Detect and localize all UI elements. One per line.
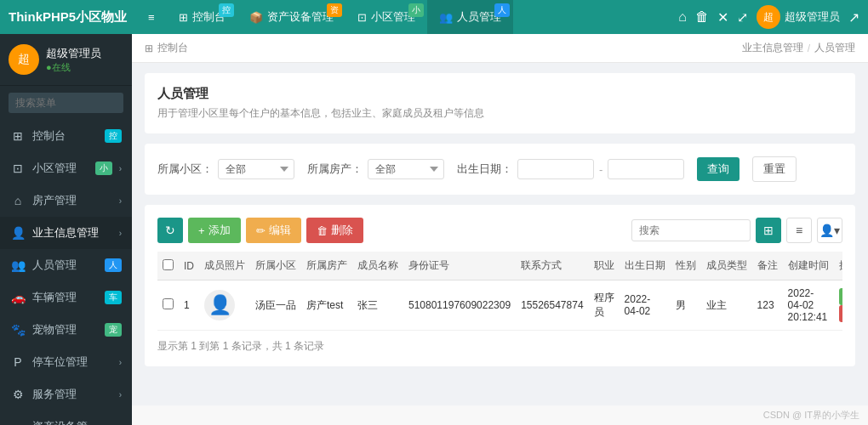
sidebar-community-badge: 小 [95, 162, 112, 175]
edit-button[interactable]: ✏ 编辑 [246, 218, 301, 243]
th-job: 职业 [589, 252, 620, 280]
sidebar-vehicle-badge: 车 [105, 291, 122, 304]
table-head: ID 成员照片 所属小区 所属房产 成员名称 身份证号 联系方式 职业 出生日期… [157, 252, 842, 280]
column-settings-button[interactable]: 👤▾ [817, 218, 842, 243]
row-phone: 15526547874 [516, 280, 588, 331]
sidebar-assets-label: 资产设备管理 [32, 419, 98, 425]
table-body: 1 👤 汤臣一品 房产test 张三 510801197609022309 [157, 280, 842, 331]
topnav-members-badge: 人 [494, 3, 510, 17]
sidebar: 超 超级管理员 ●在线 ⊞ 控制台 控 ⊡ 小区管理 小 › ⌂ 房产管 [0, 34, 132, 425]
refresh-button[interactable]: ↻ [157, 218, 183, 243]
member-photo: 👤 [204, 290, 235, 320]
title-card: 人员管理 用于管理小区里每个住户的基本信息，包括业主、家庭成员及租户等信息 [145, 73, 855, 133]
trash-icon[interactable]: 🗑 [695, 9, 709, 25]
grid-view-button[interactable]: ⊞ [756, 218, 781, 243]
topnav-members[interactable]: 👥 人员管理 人 [427, 0, 513, 34]
add-button[interactable]: + 添加 [188, 218, 241, 243]
topnav-assets-label: 资产设备管理 [267, 9, 334, 25]
query-button[interactable]: 查询 [697, 157, 740, 181]
row-birthday: 2022-04-02 [620, 280, 671, 331]
th-remark: 备注 [752, 252, 783, 280]
house-sidebar-icon: ⌂ [10, 194, 26, 207]
row-edit-button[interactable]: ✏ [839, 288, 842, 305]
table-card: ↻ + 添加 ✏ 编辑 🗑 删除 [145, 205, 855, 366]
sidebar-username: 超级管理员 [46, 46, 101, 61]
edit-label: 编辑 [269, 223, 291, 238]
row-name: 张三 [352, 280, 403, 331]
table-search-input[interactable] [631, 219, 751, 241]
sidebar-item-assets[interactable]: 📦 资产设备管理 资 [0, 411, 132, 425]
sidebar-dashboard-badge: 控 [105, 129, 122, 143]
th-photo: 成员照片 [199, 252, 250, 280]
row-checkbox-cell [157, 280, 179, 331]
topnav-assets[interactable]: 📦 资产设备管理 资 [237, 0, 345, 34]
topnav-community-badge: 小 [408, 3, 424, 17]
topnav-dashboard[interactable]: ⊞ 控制台 控 [167, 0, 237, 34]
house-select[interactable]: 全部 [368, 159, 444, 179]
breadcrumb-current: 控制台 [157, 41, 188, 55]
sidebar-item-pet[interactable]: 🐾 宠物管理 宠 [0, 314, 132, 346]
add-icon: + [198, 224, 205, 237]
sidebar-avatar: 超 [9, 44, 39, 75]
sidebar-service-arrow: › [119, 390, 122, 400]
topbar: ThinkPHP5小区物业 ≡ ⊞ 控制台 控 📦 资产设备管理 资 ⊡ 小区管… [0, 0, 868, 34]
row-delete-button[interactable]: 🗑 [839, 305, 842, 322]
row-checkbox[interactable] [163, 298, 174, 309]
sidebar-item-dashboard[interactable]: ⊞ 控制台 控 [0, 120, 132, 152]
sidebar-item-community[interactable]: ⊡ 小区管理 小 › [0, 152, 132, 184]
sidebar-item-members[interactable]: 👥 人员管理 人 [0, 249, 132, 281]
breadcrumb-members: 人员管理 [814, 41, 855, 55]
fullscreen-icon[interactable]: ⤢ [737, 9, 748, 26]
sidebar-item-vehicle[interactable]: 🚗 车辆管理 车 [0, 281, 132, 314]
th-phone: 联系方式 [516, 252, 588, 280]
page-desc: 用于管理小区里每个住户的基本信息，包括业主、家庭成员及租户等信息 [157, 106, 842, 121]
sidebar-members-label: 人员管理 [32, 258, 98, 273]
topbar-right: ⌂ 🗑 ✕ ⤢ 超 超级管理员 ↗ [678, 5, 859, 29]
home-icon[interactable]: ⌂ [678, 9, 687, 25]
row-photo: 👤 [199, 280, 250, 331]
sidebar-item-owner[interactable]: 👤 业主信息管理 › [0, 217, 132, 249]
vehicle-sidebar-icon: 🚗 [10, 291, 26, 304]
birthday-to-input[interactable] [608, 159, 684, 179]
birthday-from-input[interactable] [517, 159, 594, 179]
brand-logo: ThinkPHP5小区物业 [9, 9, 128, 26]
sidebar-item-parking[interactable]: P 停车位管理 › [0, 346, 132, 378]
th-actions: 操作 [834, 252, 842, 280]
breadcrumb: ⊞ 控制台 业主信息管理 / 人员管理 [132, 34, 868, 63]
sidebar-service-label: 服务管理 [32, 387, 112, 402]
sidebar-vehicle-label: 车辆管理 [32, 290, 98, 305]
filter-birthday: 出生日期： - [457, 159, 684, 179]
members-sidebar-icon: 👥 [10, 258, 26, 272]
list-view-button[interactable]: ≡ [786, 218, 812, 243]
settings-icon[interactable]: ✕ [717, 9, 728, 26]
sidebar-dashboard-label: 控制台 [32, 128, 98, 144]
row-job: 程序员 [589, 280, 620, 331]
share-icon[interactable]: ↗ [848, 9, 859, 26]
pet-sidebar-icon: 🐾 [10, 323, 26, 337]
row-gender: 男 [671, 280, 701, 331]
row-actions: ✏ 🗑 [834, 280, 842, 331]
breadcrumb-left: ⊞ 控制台 [145, 41, 188, 55]
select-all-checkbox[interactable] [163, 259, 174, 270]
sidebar-search-input[interactable] [9, 93, 123, 113]
toolbar-left: ↻ + 添加 ✏ 编辑 🗑 删除 [157, 218, 363, 243]
user-avatar-wrap[interactable]: 超 超级管理员 [757, 5, 840, 29]
th-idcard: 身份证号 [403, 252, 516, 280]
community-sidebar-icon: ⊡ [10, 162, 26, 175]
row-type: 业主 [701, 280, 752, 331]
topnav-menu[interactable]: ≡ [136, 0, 167, 34]
assets-icon: 📦 [249, 11, 263, 24]
th-type: 成员类型 [701, 252, 752, 280]
sidebar-item-house[interactable]: ⌂ 房产管理 › [0, 184, 132, 217]
row-remark: 123 [752, 280, 783, 331]
topnav-community[interactable]: ⊡ 小区管理 小 [345, 0, 427, 34]
sidebar-house-arrow: › [119, 196, 122, 206]
main-layout: 超 超级管理员 ●在线 ⊞ 控制台 控 ⊡ 小区管理 小 › ⌂ 房产管 [0, 34, 868, 425]
reset-button[interactable]: 重置 [752, 156, 797, 182]
sidebar-item-service[interactable]: ⚙ 服务管理 › [0, 378, 132, 411]
page-content: 人员管理 用于管理小区里每个住户的基本信息，包括业主、家庭成员及租户等信息 所属… [132, 63, 868, 405]
watermark: CSDN @ IT界的小学生 [132, 405, 868, 425]
community-select[interactable]: 全部 [218, 159, 294, 179]
delete-button[interactable]: 🗑 删除 [306, 218, 363, 243]
sidebar-status: ●在线 [46, 61, 101, 74]
